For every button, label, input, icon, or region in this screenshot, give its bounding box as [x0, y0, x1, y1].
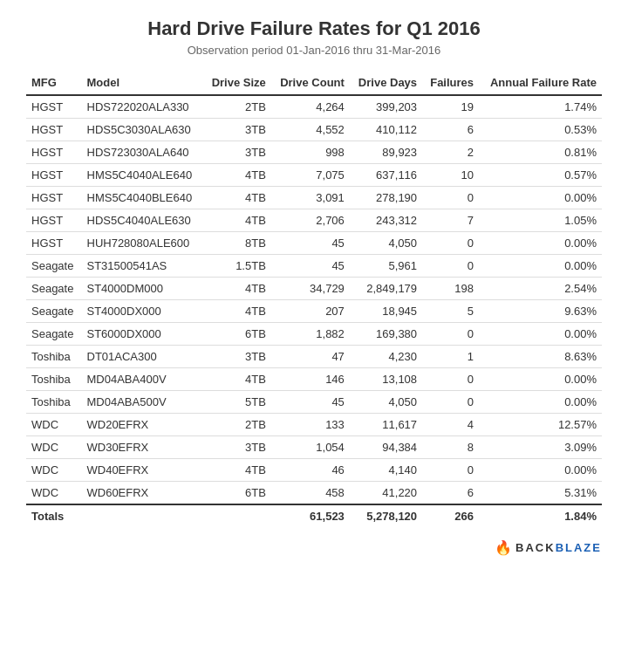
table-row: Toshiba DT01ACA300 3TB 47 4,230 1 8.63% [26, 345, 602, 367]
totals-days: 5,278,120 [350, 504, 422, 527]
cell-model: HDS5C4040ALE630 [82, 209, 203, 231]
cell-days: 637,116 [350, 163, 422, 186]
cell-rate: 0.00% [479, 322, 602, 345]
cell-model: HMS5C4040BLE640 [82, 186, 203, 209]
cell-model: MD04ABA500V [82, 390, 203, 413]
cell-mfg: WDC [26, 435, 82, 458]
cell-days: 89,923 [350, 141, 422, 163]
cell-rate: 0.81% [479, 141, 602, 163]
table-row: Toshiba MD04ABA400V 4TB 146 13,108 0 0.0… [26, 367, 602, 390]
cell-count: 207 [271, 299, 350, 322]
cell-model: WD20EFRX [82, 413, 203, 435]
cell-days: 11,617 [350, 413, 422, 435]
table-row: Seagate ST31500541AS 1.5TB 45 5,961 0 0.… [26, 254, 602, 277]
cell-size: 4TB [203, 458, 271, 481]
cell-days: 4,140 [350, 458, 422, 481]
cell-size: 1.5TB [203, 254, 271, 277]
cell-model: WD60EFRX [82, 481, 203, 504]
cell-count: 458 [271, 481, 350, 504]
cell-failures: 0 [422, 458, 479, 481]
cell-count: 34,729 [271, 277, 350, 299]
cell-rate: 0.00% [479, 458, 602, 481]
cell-size: 6TB [203, 322, 271, 345]
totals-count: 61,523 [271, 504, 350, 527]
cell-count: 45 [271, 254, 350, 277]
cell-mfg: Toshiba [26, 367, 82, 390]
cell-size: 2TB [203, 413, 271, 435]
cell-days: 5,961 [350, 254, 422, 277]
col-header-mfg: MFG [26, 72, 82, 95]
cell-model: MD04ABA400V [82, 367, 203, 390]
cell-model: HDS723030ALA640 [82, 141, 203, 163]
table-row: HGST HDS723030ALA640 3TB 998 89,923 2 0.… [26, 141, 602, 163]
cell-failures: 7 [422, 209, 479, 231]
cell-size: 2TB [203, 95, 271, 119]
table-row: HGST HMS5C4040ALE640 4TB 7,075 637,116 1… [26, 163, 602, 186]
flame-icon: 🔥 [495, 539, 512, 556]
cell-days: 94,384 [350, 435, 422, 458]
cell-failures: 0 [422, 322, 479, 345]
cell-rate: 8.63% [479, 345, 602, 367]
cell-rate: 0.53% [479, 118, 602, 141]
cell-size: 4TB [203, 367, 271, 390]
cell-failures: 198 [422, 277, 479, 299]
cell-count: 133 [271, 413, 350, 435]
cell-days: 41,220 [350, 481, 422, 504]
cell-size: 5TB [203, 390, 271, 413]
cell-model: WD40EFRX [82, 458, 203, 481]
table-row: HGST HUH728080ALE600 8TB 45 4,050 0 0.00… [26, 231, 602, 254]
cell-rate: 2.54% [479, 277, 602, 299]
cell-rate: 1.05% [479, 209, 602, 231]
totals-failures: 266 [422, 504, 479, 527]
cell-failures: 4 [422, 413, 479, 435]
cell-count: 3,091 [271, 186, 350, 209]
cell-mfg: HGST [26, 163, 82, 186]
cell-model: WD30EFRX [82, 435, 203, 458]
table-row: HGST HDS5C3030ALA630 3TB 4,552 410,112 6… [26, 118, 602, 141]
cell-rate: 0.00% [479, 367, 602, 390]
brand-part1: BACK [515, 541, 556, 554]
cell-count: 45 [271, 390, 350, 413]
cell-size: 4TB [203, 186, 271, 209]
cell-days: 2,849,179 [350, 277, 422, 299]
cell-size: 4TB [203, 209, 271, 231]
cell-size: 8TB [203, 231, 271, 254]
table-row: WDC WD60EFRX 6TB 458 41,220 6 5.31% [26, 481, 602, 504]
cell-size: 3TB [203, 141, 271, 163]
cell-failures: 10 [422, 163, 479, 186]
cell-days: 13,108 [350, 367, 422, 390]
cell-mfg: WDC [26, 413, 82, 435]
cell-model: ST31500541AS [82, 254, 203, 277]
cell-size: 4TB [203, 163, 271, 186]
cell-failures: 0 [422, 367, 479, 390]
table-row: Seagate ST6000DX000 6TB 1,882 169,380 0 … [26, 322, 602, 345]
cell-rate: 9.63% [479, 299, 602, 322]
cell-rate: 0.00% [479, 390, 602, 413]
cell-failures: 1 [422, 345, 479, 367]
cell-count: 4,264 [271, 95, 350, 119]
data-table: MFG Model Drive Size Drive Count Drive D… [26, 72, 602, 527]
cell-mfg: HGST [26, 95, 82, 119]
cell-mfg: Seagate [26, 299, 82, 322]
col-header-model: Model [82, 72, 203, 95]
table-row: WDC WD20EFRX 2TB 133 11,617 4 12.57% [26, 413, 602, 435]
cell-mfg: Toshiba [26, 390, 82, 413]
table-row: Seagate ST4000DM000 4TB 34,729 2,849,179… [26, 277, 602, 299]
cell-count: 1,054 [271, 435, 350, 458]
brand-name: BACKBLAZE [515, 541, 602, 554]
cell-failures: 19 [422, 95, 479, 119]
cell-failures: 0 [422, 390, 479, 413]
cell-model: ST4000DX000 [82, 299, 203, 322]
cell-days: 4,050 [350, 390, 422, 413]
col-header-days: Drive Days [350, 72, 422, 95]
cell-days: 18,945 [350, 299, 422, 322]
cell-rate: 12.57% [479, 413, 602, 435]
table-row: HGST HDS722020ALA330 2TB 4,264 399,203 1… [26, 95, 602, 119]
cell-mfg: Seagate [26, 322, 82, 345]
cell-rate: 0.00% [479, 186, 602, 209]
cell-failures: 0 [422, 186, 479, 209]
brand-footer: 🔥 BACKBLAZE [495, 539, 602, 556]
cell-count: 146 [271, 367, 350, 390]
cell-mfg: HGST [26, 231, 82, 254]
cell-size: 4TB [203, 299, 271, 322]
